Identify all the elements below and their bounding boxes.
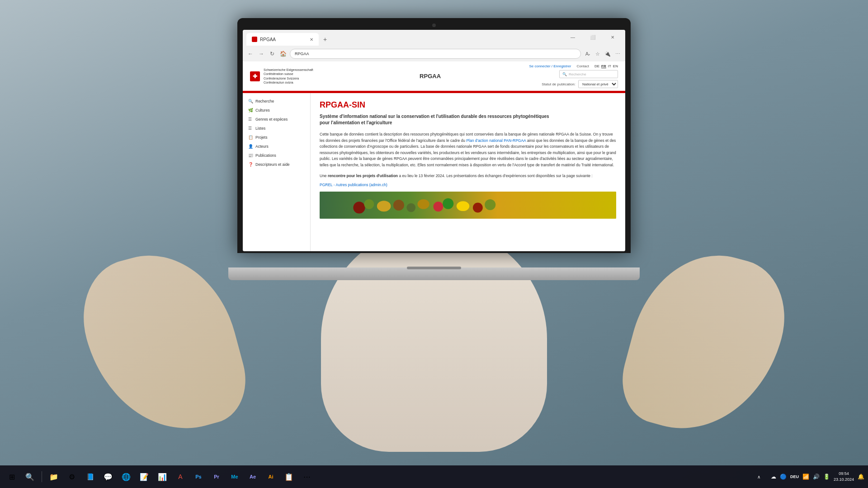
extensions-button[interactable]: 🔌 [604, 50, 612, 58]
favorites-button[interactable]: ☆ [594, 50, 602, 58]
descripteurs-icon: ❓ [248, 162, 253, 167]
sidebar-label-descripteurs: Descripteurs et aide [255, 162, 290, 167]
org-name: Schweizerische Eidgenossenschaft Confédé… [264, 68, 313, 84]
sidebar: 🔍 Recherche 🌿 Cultures ☰ Genres et espèc… [243, 93, 311, 251]
taskbar-more[interactable]: ⋯ [299, 469, 315, 485]
sidebar-label-projets: Projets [255, 135, 267, 140]
url-text: RPGAA [295, 52, 309, 56]
taskbar-acrobat[interactable]: A [172, 469, 189, 485]
site-header-right: Se connecter / Enregistrer Contact DE FR… [529, 64, 618, 88]
taskbar-edge[interactable]: 🌐 [118, 469, 134, 485]
url-input[interactable]: RPGAA [290, 49, 581, 59]
taskbar-excel[interactable]: 📊 [154, 469, 170, 485]
sidebar-label-publications: Publications [255, 153, 276, 158]
laptop-hinge [407, 267, 461, 269]
taskbar-chevron[interactable]: ∧ [751, 469, 767, 485]
taskbar-word[interactable]: 📝 [136, 469, 152, 485]
lang-it[interactable]: IT [608, 64, 611, 68]
svg-point-2 [364, 199, 374, 209]
content-image [320, 192, 616, 219]
main-layout: 🔍 Recherche 🌿 Cultures ☰ Genres et espèc… [243, 93, 625, 251]
lang-en[interactable]: EN [613, 64, 618, 68]
refresh-button[interactable]: ↻ [268, 50, 276, 58]
laptop-bezel: RPGAA ✕ + — ⬜ ✕ ← [237, 18, 631, 253]
taskbar-right: ∧ ☁ 🔵 DEU 📶 🔊 🔋 09:54 23.10.2024 🔔 [751, 469, 864, 485]
main-content: RPGAA-SIN Système d'information national… [311, 93, 625, 251]
sidebar-label-cultures: Cultures [255, 108, 270, 113]
laptop-base [228, 267, 640, 280]
home-button[interactable]: 🏠 [279, 50, 287, 58]
contact-link[interactable]: Contact [576, 64, 589, 68]
swiss-cross-icon: ✚ [250, 71, 260, 81]
svg-point-9 [457, 201, 469, 211]
taskbar-lang: DEU [790, 474, 799, 479]
pgrel-link[interactable]: PGREL - Autres publications (admin.ch) [320, 183, 616, 187]
taskbar-pr[interactable]: Pr [208, 469, 225, 485]
sidebar-item-genres[interactable]: ☰ Genres et espèces [243, 115, 310, 124]
tab-close-button[interactable]: ✕ [310, 37, 313, 42]
taskbar-volume[interactable]: 🔊 [813, 474, 820, 480]
search-placeholder: Recherche [569, 72, 586, 76]
svg-point-7 [433, 202, 443, 212]
sidebar-item-descripteurs[interactable]: ❓ Descripteurs et aide [243, 160, 310, 169]
active-tab[interactable]: RPGAA ✕ [246, 33, 319, 46]
lang-fr[interactable]: FR [601, 64, 606, 68]
search-box[interactable]: 🔍 Recherche [559, 70, 618, 78]
read-mode-button[interactable]: Aᵣ [584, 50, 592, 58]
site-logo: ✚ Schweizerische Eidgenossenschaft Confé… [250, 68, 313, 84]
laptop: RPGAA ✕ + — ⬜ ✕ ← [237, 18, 631, 280]
search-icon: 🔍 [562, 72, 567, 76]
maximize-button[interactable]: ⬜ [584, 33, 602, 42]
taskbar-wifi[interactable]: 📶 [802, 474, 809, 480]
tab-favicon [252, 37, 257, 42]
start-button[interactable]: ⊞ [4, 469, 20, 485]
publications-icon: 📰 [248, 153, 253, 158]
tab-bar-wrapper: RPGAA ✕ + — ⬜ ✕ [243, 30, 625, 46]
taskbar-file-explorer[interactable]: 📁 [46, 469, 62, 485]
settings-button[interactable]: ⋯ [613, 50, 622, 58]
taskbar-ps[interactable]: Ps [190, 469, 207, 485]
taskbar-ae[interactable]: Ae [245, 469, 261, 485]
taskbar-notification[interactable]: 🔔 [858, 474, 864, 480]
pub-status-row: Statut de publication: National et privé [542, 80, 618, 88]
pub-status-select[interactable]: National et privé [578, 80, 618, 88]
sidebar-item-listes[interactable]: ☰ Listes [243, 124, 310, 133]
forward-button[interactable]: → [257, 50, 265, 58]
plan-action-link[interactable]: Plan d'action national PAN-RPGAA [466, 138, 526, 143]
browser-window: RPGAA ✕ + — ⬜ ✕ ← [243, 30, 625, 251]
meeting-bold: rencontre pour les projets d'utilisation [328, 174, 398, 178]
taskbar-teams[interactable]: 💬 [100, 469, 116, 485]
login-link[interactable]: Se connecter / Enregistrer [529, 64, 571, 68]
page-title: RPGAA-SIN [320, 100, 616, 110]
meeting-note: Une rencontre pour les projets d'utilisa… [320, 173, 616, 179]
browser-actions: Aᵣ ☆ 🔌 ⋯ [584, 50, 622, 58]
taskbar-separator [42, 471, 42, 482]
taskbar-search-button[interactable]: 🔍 [22, 469, 38, 485]
pub-status-label: Statut de publication: [542, 82, 576, 86]
taskbar-notes[interactable]: 📋 [281, 469, 297, 485]
taskbar-me[interactable]: Me [226, 469, 243, 485]
taskbar-outlook[interactable]: 📘 [82, 469, 98, 485]
sidebar-item-projets[interactable]: 📋 Projets [243, 133, 310, 142]
camera [432, 23, 436, 27]
taskbar-ai[interactable]: Ai [263, 469, 279, 485]
taskbar-security[interactable]: 🔵 [780, 474, 787, 480]
back-button[interactable]: ← [246, 50, 255, 58]
page-subtitle: Système d'information national sur la co… [320, 113, 616, 126]
taskbar-battery[interactable]: 🔋 [823, 474, 830, 480]
sidebar-item-acteurs[interactable]: 👤 Acteurs [243, 142, 310, 151]
minimize-button[interactable]: — [564, 33, 582, 42]
sidebar-item-publications[interactable]: 📰 Publications [243, 151, 310, 160]
taskbar-datetime[interactable]: 09:54 23.10.2024 [834, 471, 854, 482]
taskbar-settings[interactable]: ⚙ [64, 469, 80, 485]
site-brand: RPGAA [420, 73, 441, 80]
genres-icon: ☰ [248, 117, 253, 122]
taskbar: ⊞ 🔍 📁 ⚙ 📘 💬 🌐 📝 📊 A Ps Pr Me Ae Ai 📋 ⋯ ∧… [0, 465, 868, 488]
sidebar-item-recherche[interactable]: 🔍 Recherche [243, 97, 310, 106]
lang-de[interactable]: DE [594, 64, 599, 68]
taskbar-onedrive[interactable]: ☁ [771, 474, 776, 480]
new-tab-button[interactable]: + [321, 35, 330, 44]
close-button[interactable]: ✕ [604, 33, 622, 42]
sidebar-item-cultures[interactable]: 🌿 Cultures [243, 106, 310, 115]
svg-point-3 [377, 201, 391, 211]
